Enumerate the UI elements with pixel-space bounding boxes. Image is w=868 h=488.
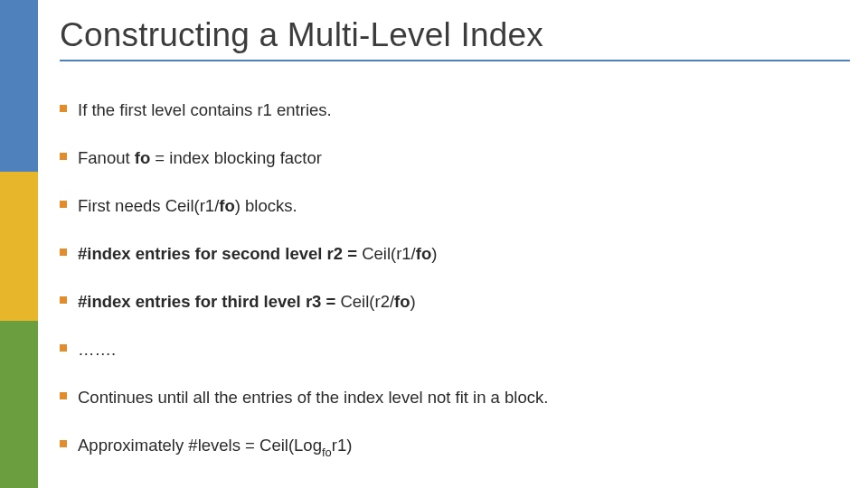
bullet-list: If the first level contains r1 entries. … bbox=[60, 99, 850, 459]
bullet-text: Approximately #levels = Ceil(Log bbox=[78, 436, 322, 455]
list-item: First needs Ceil(r1/fo) blocks. bbox=[60, 195, 850, 218]
list-item: #index entries for second level r2 = Cei… bbox=[60, 243, 850, 266]
bullet-text: Fanout bbox=[78, 148, 135, 167]
bullet-bold: fo bbox=[416, 244, 431, 263]
bullet-bold: fo bbox=[219, 196, 234, 215]
slide-title: Constructing a Multi-Level Index bbox=[60, 16, 850, 54]
bullet-text: ) bbox=[410, 292, 416, 311]
bullet-bold: #index entries for second level r2 = bbox=[78, 244, 362, 263]
bullet-bold: #index entries for third level r3 = bbox=[78, 292, 340, 311]
bullet-text: Ceil(r2/ bbox=[340, 292, 394, 311]
bullet-text: r1) bbox=[332, 436, 353, 455]
bullet-text: ) bbox=[431, 244, 437, 263]
bullet-subscript: fo bbox=[322, 446, 332, 459]
accent-blue bbox=[0, 0, 38, 172]
bullet-text: Ceil(r1/ bbox=[362, 244, 416, 263]
list-item: ……. bbox=[60, 339, 850, 361]
bullet-text: Continues until all the entries of the i… bbox=[78, 388, 548, 407]
bullet-text: First needs Ceil(r1/ bbox=[78, 196, 219, 215]
list-item: #index entries for third level r3 = Ceil… bbox=[60, 291, 850, 314]
bullet-text: = index blocking factor bbox=[150, 148, 322, 167]
accent-green bbox=[0, 321, 38, 488]
slide-content: Constructing a Multi-Level Index If the … bbox=[60, 16, 850, 484]
accent-yellow bbox=[0, 172, 38, 321]
list-item: Continues until all the entries of the i… bbox=[60, 387, 850, 409]
title-rule bbox=[60, 60, 850, 61]
list-item: If the first level contains r1 entries. bbox=[60, 99, 850, 122]
list-item: Approximately #levels = Ceil(Logfor1) bbox=[60, 435, 850, 459]
bullet-bold: fo bbox=[394, 292, 410, 311]
list-item: Fanout fo = index blocking factor bbox=[60, 147, 850, 170]
bullet-text: ……. bbox=[78, 340, 116, 359]
bullet-text: If the first level contains r1 entries. bbox=[78, 100, 332, 119]
bullet-bold: fo bbox=[135, 148, 150, 167]
accent-sidebar bbox=[0, 0, 38, 488]
bullet-text: ) blocks. bbox=[235, 196, 297, 215]
